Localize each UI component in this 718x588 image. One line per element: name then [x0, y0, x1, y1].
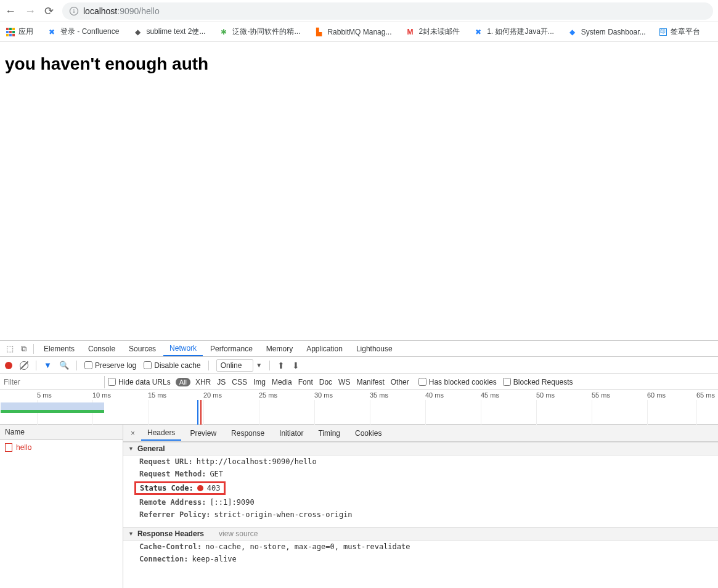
filter-xhr[interactable]: XHR [195, 378, 211, 386]
tick: 55 ms [592, 391, 610, 399]
bookmark-weaver[interactable]: ✱泛微-协同软件的精... [219, 27, 300, 37]
import-har-icon[interactable]: ⬆ [277, 361, 285, 370]
tick: 45 ms [481, 391, 499, 399]
forward-button[interactable]: → [25, 6, 36, 17]
kv-status-code: Status Code:403 [134, 481, 226, 495]
detail-tab-response[interactable]: Response [225, 427, 271, 440]
hide-data-urls-checkbox[interactable]: Hide data URLs [108, 378, 171, 386]
view-source-link[interactable]: view source [219, 529, 258, 538]
device-toggle-icon[interactable]: ⧉ [17, 344, 30, 354]
tab-application[interactable]: Application [300, 342, 349, 356]
filter-other[interactable]: Other [391, 378, 409, 386]
devtools-tabs: ⬚ ⧉ Elements Console Sources Network Per… [0, 341, 718, 357]
tick: 65 ms [696, 391, 715, 399]
page-heading: you haven't enough auth [5, 54, 713, 74]
bookmark-sublime[interactable]: ◆sublime text 2使... [133, 27, 205, 37]
domcontentloaded-line [197, 400, 198, 425]
detail-body[interactable]: ▼General Request URL:http://localhost:90… [123, 442, 718, 588]
tick: 60 ms [647, 391, 666, 399]
tab-lighthouse[interactable]: Lighthouse [350, 342, 399, 356]
clear-button[interactable] [20, 361, 28, 370]
timeline-bar [1, 402, 104, 410]
triangle-down-icon: ▼ [128, 446, 134, 452]
tab-console[interactable]: Console [82, 342, 121, 356]
request-list: Name hello [0, 425, 123, 588]
search-icon[interactable]: 🔍 [59, 361, 69, 370]
tick: 20 ms [203, 391, 222, 399]
bookmark-confluence[interactable]: ✖登录 - Confluence [47, 27, 119, 37]
confluence-icon: ✖ [473, 27, 483, 37]
chevron-down-icon: ▼ [256, 362, 262, 369]
tick: 5 ms [37, 391, 52, 399]
request-row[interactable]: hello [0, 440, 123, 455]
tick: 35 ms [370, 391, 388, 399]
kv-connection: Connection:keep-alive [123, 553, 718, 565]
bookmark-dashboard[interactable]: ◆System Dashboar... [568, 27, 646, 37]
filter-all[interactable]: All [176, 378, 190, 386]
detail-tab-cookies[interactable]: Cookies [349, 427, 388, 440]
filter-js[interactable]: JS [217, 378, 226, 386]
throttling-select[interactable]: Online [216, 359, 254, 372]
tick: 10 ms [92, 391, 111, 399]
blocked-requests-checkbox[interactable]: Blocked Requests [503, 378, 573, 386]
confluence-icon: ✖ [47, 27, 57, 37]
filter-manifest[interactable]: Manifest [356, 378, 384, 386]
tab-performance[interactable]: Performance [204, 342, 259, 356]
detail-tab-initiator[interactable]: Initiator [273, 427, 309, 440]
filter-input[interactable] [0, 376, 105, 388]
export-har-icon[interactable]: ⬇ [292, 361, 300, 370]
request-name: hello [16, 443, 31, 452]
kv-referrer-policy: Referrer Policy:strict-origin-when-cross… [123, 508, 718, 521]
address-bar[interactable]: i localhost:9090/hello [62, 2, 713, 20]
document-icon [5, 443, 12, 452]
back-button[interactable]: ← [5, 6, 16, 17]
devtools-panel: ⬚ ⧉ Elements Console Sources Network Per… [0, 340, 718, 588]
bookmarks-bar: 应用 ✖登录 - Confluence ◆sublime text 2使... … [0, 22, 718, 42]
network-timeline[interactable]: 5 ms 10 ms 15 ms 20 ms 25 ms 30 ms 35 ms… [0, 390, 718, 425]
detail-tab-timing[interactable]: Timing [312, 427, 346, 440]
bookmark-java[interactable]: ✖1. 如何搭建Java开... [473, 27, 554, 37]
tab-sources[interactable]: Sources [123, 342, 162, 356]
bookmark-rabbitmq[interactable]: ▙RabbitMQ Manag... [314, 27, 391, 37]
blocked-cookies-checkbox[interactable]: Has blocked cookies [418, 378, 497, 386]
browser-nav-bar: ← → ⟳ i localhost:9090/hello [0, 0, 718, 22]
network-filter-bar: Hide data URLs All XHR JS CSS Img Media … [0, 374, 718, 390]
bookmark-seal[interactable]: 印签章平台 [659, 27, 700, 37]
kv-cache-control: Cache-Control:no-cache, no-store, max-ag… [123, 541, 718, 553]
filter-ws[interactable]: WS [338, 378, 350, 386]
tab-network[interactable]: Network [163, 341, 203, 356]
network-toolbar: ▼ 🔍 Preserve log Disable cache Online▼ ⬆… [0, 357, 718, 374]
detail-tab-preview[interactable]: Preview [184, 427, 222, 440]
inspect-icon[interactable]: ⬚ [4, 344, 16, 353]
filter-font[interactable]: Font [298, 378, 313, 386]
jira-icon: ◆ [568, 27, 577, 37]
network-body: Name hello × Headers Preview Response In… [0, 425, 718, 588]
mail-icon: M [405, 27, 415, 37]
filter-css[interactable]: CSS [232, 378, 247, 386]
section-response-headers[interactable]: ▼Response Headersview source [123, 527, 718, 541]
filter-media[interactable]: Media [272, 378, 292, 386]
filter-toggle-icon[interactable]: ▼ [44, 361, 52, 370]
tab-memory[interactable]: Memory [260, 342, 299, 356]
apps-shortcut[interactable]: 应用 [6, 27, 33, 37]
detail-tab-headers[interactable]: Headers [141, 426, 181, 441]
close-detail-button[interactable]: × [127, 429, 139, 438]
kv-remote-address: Remote Address:[::1]:9090 [123, 496, 718, 508]
disable-cache-checkbox[interactable]: Disable cache [144, 361, 200, 370]
url-text: localhost:9090/hello [83, 6, 160, 16]
request-list-header[interactable]: Name [0, 425, 123, 440]
tab-elements[interactable]: Elements [38, 342, 81, 356]
filter-doc[interactable]: Doc [319, 378, 332, 386]
bookmark-mail[interactable]: M2封未读邮件 [405, 27, 460, 37]
sublime-icon: ◆ [133, 27, 142, 37]
preserve-log-checkbox[interactable]: Preserve log [84, 361, 136, 370]
apps-label: 应用 [18, 27, 33, 37]
site-info-icon[interactable]: i [70, 7, 78, 15]
request-detail: × Headers Preview Response Initiator Tim… [123, 425, 718, 588]
filter-img[interactable]: Img [253, 378, 266, 386]
tick: 30 ms [314, 391, 333, 399]
seal-icon: 印 [659, 28, 667, 36]
record-button[interactable] [5, 362, 12, 369]
section-general[interactable]: ▼General [123, 442, 718, 455]
reload-button[interactable]: ⟳ [44, 6, 54, 17]
